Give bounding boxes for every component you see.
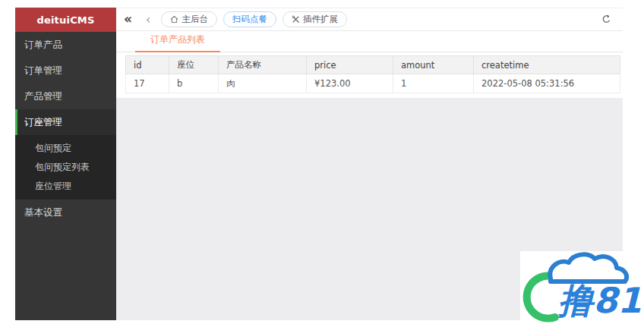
home-icon (170, 15, 178, 24)
table-panel: id 座位 产品名称 price amount createtime 17 b (116, 52, 623, 98)
brand-logo: deituiCMS (15, 8, 116, 32)
table-header-row: id 座位 产品名称 price amount createtime (126, 56, 620, 74)
back-icon[interactable]: ‹ (146, 14, 150, 26)
topbar-tab-main-backend[interactable]: 主后台 (161, 11, 217, 27)
sidebar-subitem-seat-management[interactable]: 座位管理 (15, 177, 116, 196)
watermark-text: 撸81 (557, 280, 642, 321)
order-products-table: id 座位 产品名称 price amount createtime 17 b (125, 55, 620, 93)
sidebar-item-order-management[interactable]: 订单管理 (15, 58, 116, 83)
sidebar-item-booking-management[interactable]: 订座管理 (15, 109, 116, 135)
refresh-icon[interactable] (600, 14, 612, 26)
page: deituiCMS 订单产品 订单管理 产品管理 订座管理 包间预定 包间预定列… (0, 0, 644, 324)
watermark-cloud-icon (550, 254, 627, 282)
column-header-product-name[interactable]: 产品名称 (219, 56, 307, 74)
sidebar-item-order-products[interactable]: 订单产品 (15, 32, 116, 58)
sidebar-subitem-room-booking-list[interactable]: 包间预定列表 (15, 158, 116, 177)
cell-seat: b (169, 74, 219, 93)
column-header-createtime[interactable]: createtime (474, 56, 620, 74)
sidebar-submenu: 包间预定 包间预定列表 座位管理 (15, 135, 116, 200)
topbar-tab-label: 扫码点餐 (232, 14, 267, 25)
cell-amount: 1 (393, 74, 474, 93)
cell-product-name: 肉 (219, 74, 307, 93)
topbar-tab-scan-order[interactable]: 扫码点餐 (223, 11, 276, 27)
column-header-id[interactable]: id (126, 56, 169, 74)
topbar-tab-label: 主后台 (182, 14, 208, 25)
topbar: « ‹ 主后台 扫码点餐 (116, 8, 623, 31)
sidebar-item-product-management[interactable]: 产品管理 (15, 83, 116, 109)
tabstrip: 订单产品列表 (116, 31, 623, 52)
watermark-logo: 撸81 (520, 251, 644, 324)
tools-icon (292, 15, 300, 24)
sidebar-subitem-room-booking[interactable]: 包间预定 (15, 139, 116, 158)
cell-id: 17 (126, 74, 169, 93)
table-row[interactable]: 17 b 肉 ¥123.00 1 2022-05-08 05:31:56 (126, 74, 620, 93)
sidebar-item-basic-settings[interactable]: 基本设置 (15, 200, 116, 225)
column-header-price[interactable]: price (307, 56, 393, 74)
sidebar-collapse-icon[interactable]: « (124, 13, 132, 26)
column-header-amount[interactable]: amount (393, 56, 474, 74)
cell-createtime: 2022-05-08 05:31:56 (474, 74, 620, 93)
topbar-tab-plugin-extension[interactable]: 插件扩展 (283, 11, 347, 27)
tab-order-product-list[interactable]: 订单产品列表 (135, 33, 220, 52)
topbar-tab-label: 插件扩展 (303, 14, 338, 25)
sidebar: deituiCMS 订单产品 订单管理 产品管理 订座管理 包间预定 包间预定列… (15, 8, 116, 320)
column-header-seat[interactable]: 座位 (169, 56, 219, 74)
cell-price: ¥123.00 (307, 74, 393, 93)
